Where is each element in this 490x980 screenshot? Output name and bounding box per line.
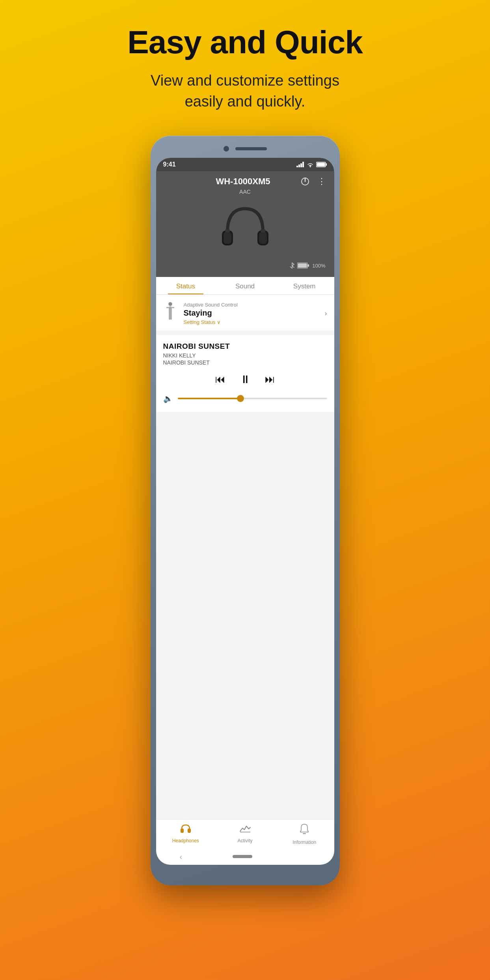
bluetooth-icon: [289, 262, 295, 269]
signal-icon: [296, 162, 304, 167]
app-content: Adaptive Sound Control Staying Setting S…: [156, 295, 334, 819]
asc-card: Adaptive Sound Control Staying Setting S…: [156, 295, 334, 331]
svg-rect-26: [188, 829, 191, 833]
device-name: WH-1000XM5: [187, 176, 300, 187]
bottom-nav-information[interactable]: Information: [275, 823, 334, 845]
asc-figure: [163, 302, 177, 324]
bottom-nav-headphones[interactable]: Headphones: [156, 823, 216, 845]
information-nav-icon: [299, 823, 309, 838]
svg-rect-24: [171, 307, 174, 309]
song-title: NAIROBI SUNSET: [163, 342, 327, 351]
headphones-nav-label: Headphones: [172, 838, 199, 843]
svg-rect-11: [224, 232, 231, 244]
battery-icon: [316, 162, 327, 167]
asc-label: Adaptive Sound Control: [184, 302, 319, 308]
svg-rect-25: [181, 829, 184, 833]
header-battery-row: 100%: [163, 262, 327, 269]
svg-rect-18: [298, 264, 307, 268]
rewind-button[interactable]: ⏮: [215, 373, 225, 385]
svg-rect-13: [259, 232, 267, 244]
svg-rect-1: [298, 165, 300, 167]
svg-rect-7: [317, 163, 325, 166]
status-time: 9:41: [163, 161, 176, 168]
volume-slider-fill: [178, 398, 240, 399]
svg-rect-23: [166, 307, 169, 309]
headphones-svg: [216, 201, 275, 260]
svg-rect-15: [261, 229, 265, 232]
asc-info: Adaptive Sound Control Staying Setting S…: [184, 302, 319, 325]
bottom-nav: Headphones Activity Info: [156, 819, 334, 848]
app-header: WH-1000XM5 ⋮ AAC: [156, 171, 334, 277]
volume-icon: 🔈: [163, 394, 173, 403]
more-menu-icon[interactable]: ⋮: [316, 176, 327, 187]
svg-rect-3: [302, 162, 304, 167]
camera-bar: [156, 141, 334, 156]
status-icons: [296, 162, 327, 167]
phone-shell: 9:41: [151, 136, 340, 885]
tab-bar: Status Sound System: [156, 277, 334, 295]
svg-rect-2: [300, 163, 302, 167]
volume-slider[interactable]: [178, 398, 327, 399]
svg-rect-14: [225, 229, 230, 232]
svg-rect-20: [169, 307, 172, 314]
home-pill[interactable]: [233, 855, 252, 858]
wifi-icon: [307, 162, 314, 167]
camera-dot: [224, 146, 229, 151]
svg-rect-21: [169, 313, 170, 320]
song-artist: NIKKI KELLY: [163, 352, 327, 359]
headphones-nav-icon: [180, 823, 192, 836]
volume-slider-thumb[interactable]: [237, 395, 244, 402]
device-codec: AAC: [239, 189, 251, 195]
svg-rect-0: [296, 166, 298, 167]
asc-status: Staying: [184, 309, 319, 318]
back-chevron[interactable]: ‹: [180, 852, 183, 861]
phone-screen: 9:41: [156, 158, 334, 865]
device-battery-icon: [297, 262, 310, 269]
music-card: NAIROBI SUNSET NIKKI KELLY NAIROBI SUNSE…: [156, 335, 334, 412]
music-controls: ⏮ ⏸ ⏭: [163, 373, 327, 386]
tab-system[interactable]: System: [275, 277, 334, 294]
page-subtitle: View and customize settingseasily and qu…: [151, 70, 339, 112]
battery-percentage: 100%: [312, 263, 325, 269]
fast-forward-button[interactable]: ⏭: [265, 373, 275, 385]
information-nav-label: Information: [293, 840, 316, 845]
svg-rect-6: [326, 163, 327, 166]
tab-status[interactable]: Status: [156, 277, 216, 294]
asc-chevron-right[interactable]: ›: [325, 309, 327, 318]
svg-rect-22: [170, 313, 172, 320]
speaker-bar: [235, 147, 267, 150]
bottom-nav-activity[interactable]: Activity: [215, 823, 275, 845]
tab-sound[interactable]: Sound: [215, 277, 275, 294]
status-bar: 9:41: [156, 158, 334, 171]
phone-bottom-bar: ‹: [156, 848, 334, 865]
app-header-top: WH-1000XM5 ⋮: [163, 176, 327, 187]
headphone-image: [214, 199, 277, 262]
svg-point-4: [309, 166, 311, 167]
page-title: Easy and Quick: [127, 24, 363, 61]
content-spacer: [156, 416, 334, 534]
pause-button[interactable]: ⏸: [240, 373, 251, 386]
activity-nav-icon: [239, 823, 251, 836]
volume-row: 🔈: [163, 394, 327, 403]
song-album: NAIROBI SUNSET: [163, 359, 327, 366]
power-icon[interactable]: [300, 176, 311, 187]
asc-setting-button[interactable]: Setting Status ∨: [184, 319, 319, 325]
header-icons: ⋮: [300, 176, 327, 187]
svg-rect-17: [307, 264, 309, 267]
activity-nav-label: Activity: [238, 838, 253, 843]
svg-point-19: [168, 302, 172, 306]
